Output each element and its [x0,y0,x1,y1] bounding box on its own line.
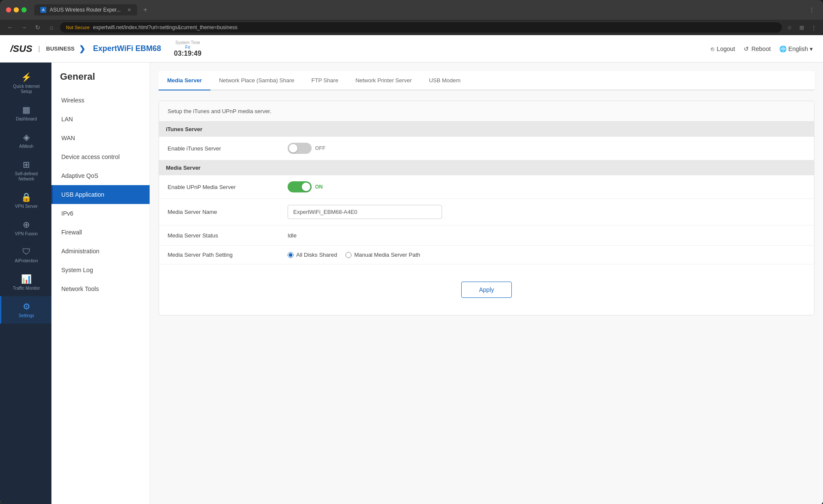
radio-manual-text: Manual Media Server Path [354,252,420,258]
upnp-toggle-label: ON [315,184,323,190]
reboot-button[interactable]: ↺ Reboot [744,45,771,52]
radio-all-disks-label[interactable]: All Disks Shared [288,252,337,258]
asus-logo: /SUS [10,43,32,54]
upnp-toggle[interactable] [288,181,312,192]
upnp-toggle-control: ON [288,181,805,192]
radio-manual-label[interactable]: Manual Media Server Path [345,252,420,258]
system-date: Fri [185,45,190,50]
more-options-icon[interactable]: ⋮ [807,5,817,15]
extensions-icon[interactable]: ⊞ [797,23,806,32]
radio-manual-input[interactable] [345,252,351,258]
nav-item-system-log[interactable]: System Log [51,261,150,279]
nav-item-usb-application[interactable]: USB Application [51,185,150,204]
refresh-button[interactable]: ↻ [33,22,43,33]
sidebar: ⚡ Quick InternetSetup ▦ Dashboard ◈ AiMe… [0,63,51,504]
upnp-enable-row: Enable UPnP Media Server ON [159,175,814,199]
nav-item-ipv6[interactable]: IPv6 [51,204,150,223]
nav-item-wireless[interactable]: Wireless [51,91,150,110]
sidebar-item-settings[interactable]: ⚙ Settings [0,296,51,324]
server-name-input[interactable] [288,205,442,219]
itunes-toggle-control: OFF [288,143,805,154]
upnp-toggle-knob [302,183,310,191]
address-bar[interactable]: Not Secure expertwifi.net/index.html?url… [60,22,782,33]
sidebar-item-vpn-server[interactable]: 🔒 VPN Server [0,187,51,214]
menu-icon[interactable]: ⋮ [809,23,818,32]
sidebar-item-quick-internet[interactable]: ⚡ Quick InternetSetup [0,67,51,99]
tab-media-server[interactable]: Media Server [159,71,210,90]
tab-close-icon[interactable]: ✕ [127,7,131,13]
nav-item-firewall[interactable]: Firewall [51,223,150,242]
sidebar-item-self-defined[interactable]: ⊞ Self-definedNetwork [0,154,51,187]
self-defined-icon: ⊞ [23,159,30,170]
left-navigation: General Wireless LAN WAN Device access c… [51,63,150,504]
reboot-icon: ↺ [744,45,749,52]
itunes-toggle-knob [289,144,297,153]
path-setting-row: Media Server Path Setting All Disks Shar… [159,246,814,264]
path-setting-control: All Disks Shared Manual Media Server Pat… [288,252,805,258]
quick-internet-icon: ⚡ [21,72,32,82]
bookmark-icon[interactable]: ☆ [785,23,794,32]
home-button[interactable]: ⌂ [46,22,57,33]
tab-title: ASUS Wireless Router Exper... [50,7,120,13]
content-card: Setup the iTunes and UPnP media server. … [159,101,814,315]
browser-toolbar: ← → ↻ ⌂ Not Secure expertwifi.net/index.… [0,20,823,35]
security-warning: Not Secure [66,25,90,30]
main-content: Media Server Network Place (Samba) Share… [150,63,823,504]
minimize-button[interactable] [14,7,19,12]
logout-label: Logout [717,45,735,52]
server-name-control [288,205,805,219]
nav-item-device-access[interactable]: Device access control [51,147,150,166]
nav-item-network-tools[interactable]: Network Tools [51,279,150,298]
itunes-toggle-slider [288,143,312,154]
server-name-row: Media Server Name [159,199,814,225]
nav-item-administration[interactable]: Administration [51,242,150,261]
dashboard-icon: ▦ [22,105,30,115]
system-time-value: 03:19:49 [174,50,201,57]
itunes-toggle-container: OFF [288,143,805,154]
itunes-enable-label: Enable iTunes Server [168,145,288,152]
radio-all-disks-input[interactable] [288,252,294,258]
tab-usb-modem[interactable]: USB Modem [421,71,469,90]
tab-bar: Media Server Network Place (Samba) Share… [159,71,814,90]
router-name: ExpertWiFi EBM68 [93,44,161,53]
server-name-label: Media Server Name [168,209,288,215]
nav-item-lan[interactable]: LAN [51,110,150,129]
forward-button[interactable]: → [19,22,29,33]
sidebar-item-aimesh[interactable]: ◈ AiMesh [0,127,51,154]
upnp-toggle-container: ON [288,181,805,192]
apply-button[interactable]: Apply [461,282,511,298]
reboot-label: Reboot [751,45,771,52]
tab-network-place[interactable]: Network Place (Samba) Share [210,71,303,90]
sidebar-item-aiprotection[interactable]: 🛡 AiProtection [0,242,51,269]
new-tab-button[interactable]: + [143,6,147,14]
address-text: expertwifi.net/index.html?url=settings&c… [93,24,237,30]
logout-button[interactable]: ⎋ Logout [711,45,735,52]
nav-item-wan[interactable]: WAN [51,129,150,147]
path-setting-label: Media Server Path Setting [168,252,288,258]
sidebar-item-vpn-fusion[interactable]: ⊕ VPN Fusion [0,214,51,242]
nav-item-adaptive-qos[interactable]: Adaptive QoS [51,166,150,185]
tab-network-printer[interactable]: Network Printer Server [347,71,420,90]
traffic-lights [6,7,27,12]
language-value: English [788,45,808,52]
close-button[interactable] [6,7,11,12]
browser-tab[interactable]: A ASUS Wireless Router Exper... ✕ [34,4,137,15]
server-status-label: Media Server Status [168,232,288,239]
aimesh-icon: ◈ [23,132,30,142]
chevron-down-icon: ▾ [810,45,813,52]
traffic-monitor-icon: 📊 [21,274,32,284]
header-logo: /SUS | BUSINESS ❯ ExpertWiFi EBM68 Syste… [10,40,201,57]
sidebar-item-dashboard[interactable]: ▦ Dashboard [0,99,51,127]
server-status-value: Idle [288,232,297,239]
radio-all-disks-text: All Disks Shared [296,252,337,258]
back-button[interactable]: ← [5,22,15,33]
maximize-button[interactable] [21,7,27,12]
itunes-toggle[interactable] [288,143,312,154]
app-header: /SUS | BUSINESS ❯ ExpertWiFi EBM68 Syste… [0,35,823,63]
tab-ftp-share[interactable]: FTP Share [303,71,347,90]
header-actions: ⎋ Logout ↺ Reboot 🌐 English ▾ [711,45,813,52]
upnp-toggle-slider [288,181,312,192]
content-description: Setup the iTunes and UPnP media server. [159,101,814,122]
language-selector[interactable]: 🌐 English ▾ [779,45,813,52]
sidebar-item-traffic-monitor[interactable]: 📊 Traffic Monitor [0,269,51,296]
